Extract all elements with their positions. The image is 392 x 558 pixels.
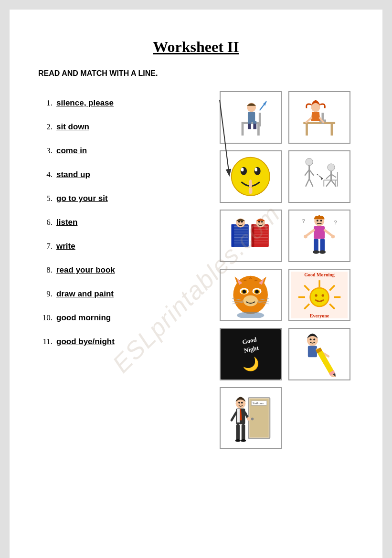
item-number: 9.	[38, 289, 53, 299]
svg-line-33	[306, 179, 309, 187]
svg-rect-4	[259, 113, 261, 126]
svg-line-106	[329, 285, 335, 291]
svg-rect-10	[254, 124, 257, 129]
svg-line-31	[305, 170, 309, 176]
svg-rect-48	[232, 224, 234, 247]
svg-point-73	[320, 220, 322, 222]
item-label: write	[56, 242, 75, 251]
svg-rect-80	[320, 239, 325, 252]
item-number: 3.	[38, 146, 53, 156]
svg-point-78	[331, 235, 335, 239]
svg-line-111	[304, 304, 309, 309]
item-label: stand up	[56, 170, 90, 179]
svg-point-129	[251, 418, 254, 421]
svg-point-24	[241, 168, 244, 172]
list-item: 4. stand up	[38, 163, 220, 187]
image-stand-sit	[288, 150, 350, 203]
list-item: 10. good morning	[38, 306, 220, 330]
image-writing-pencil	[288, 328, 350, 380]
worksheet-page: ESLprintables.com Worksheet II READ AND …	[10, 10, 382, 558]
svg-rect-139	[236, 424, 240, 440]
svg-point-142	[241, 439, 246, 442]
item-label: sit down	[56, 122, 89, 132]
svg-line-34	[309, 179, 313, 187]
garfield-svg	[223, 272, 277, 317]
confused-person-svg: ? ?	[292, 213, 346, 258]
image-row-3: ? ?	[220, 210, 350, 262]
image-smiley-silence	[220, 150, 282, 203]
svg-line-44	[331, 174, 336, 178]
svg-point-113	[315, 294, 317, 296]
svg-rect-2	[242, 124, 244, 136]
svg-line-75	[307, 231, 314, 236]
svg-rect-79	[314, 239, 319, 252]
list-item: 2. sit down	[38, 115, 220, 139]
list-item: 5. go to your sit	[38, 187, 220, 211]
item-label: silence, please	[56, 98, 114, 108]
svg-line-137	[245, 413, 248, 418]
item-label: go to your sit	[56, 194, 108, 203]
svg-line-136	[232, 413, 236, 421]
stand-sit-svg	[292, 154, 346, 199]
main-content: 1. silence, please 2. sit down 3. come i…	[38, 91, 354, 456]
svg-line-108	[329, 304, 335, 309]
pencil-writing-svg	[292, 331, 346, 377]
svg-point-82	[319, 251, 326, 254]
svg-rect-13	[304, 122, 336, 125]
svg-rect-6	[248, 112, 255, 122]
item-label: draw and paint	[56, 289, 114, 299]
svg-line-43	[326, 174, 331, 179]
svg-rect-15	[331, 124, 333, 136]
image-garfield	[220, 269, 282, 321]
images-area: ? ?	[220, 91, 354, 456]
svg-rect-9	[248, 124, 251, 129]
svg-point-138	[247, 417, 251, 421]
svg-point-29	[306, 158, 313, 166]
svg-point-28	[249, 180, 252, 185]
svg-point-112	[310, 288, 329, 306]
good-morning-title: Good Morning	[304, 272, 335, 278]
svg-rect-74	[314, 226, 325, 239]
good-morning-everyone: Everyone	[310, 313, 329, 318]
item-number: 10.	[38, 313, 53, 323]
svg-point-25	[255, 168, 258, 172]
list-item: 11. good bye/night	[38, 330, 220, 354]
list-item: 7. write	[38, 234, 220, 258]
svg-rect-135	[237, 409, 240, 422]
svg-point-132	[241, 402, 243, 404]
item-number: 4.	[38, 170, 53, 179]
item-number: 6.	[38, 218, 53, 227]
svg-rect-14	[306, 124, 308, 136]
item-number: 2.	[38, 122, 53, 132]
svg-point-77	[304, 235, 308, 239]
item-number: 8.	[38, 265, 53, 275]
come-in-svg: Staffroom	[223, 391, 277, 445]
svg-rect-57	[252, 224, 254, 247]
svg-rect-118	[308, 346, 317, 358]
svg-line-109	[304, 285, 309, 291]
svg-point-97	[244, 295, 258, 306]
list-item: 3. come in	[38, 139, 220, 163]
svg-point-81	[313, 251, 319, 254]
image-row-1	[220, 91, 350, 144]
page-title: Worksheet II	[38, 38, 354, 56]
item-number: 5.	[38, 194, 53, 203]
item-number: 11.	[38, 337, 53, 347]
list-item: 9. draw and paint	[38, 282, 220, 306]
item-label: come in	[56, 146, 87, 156]
image-row-2	[220, 150, 350, 203]
list-item: 1. silence, please	[38, 91, 220, 115]
svg-point-37	[328, 164, 335, 171]
instruction-text: READ AND MATCH WITH A LINE.	[38, 69, 354, 78]
person-desk-svg	[292, 95, 346, 140]
svg-point-131	[238, 402, 240, 404]
svg-point-72	[317, 220, 318, 222]
image-books	[220, 210, 282, 262]
image-good-morning: Good Morning	[288, 269, 350, 321]
svg-text:?: ?	[302, 218, 305, 224]
image-person-sitting	[220, 91, 282, 144]
item-label: good morning	[56, 313, 111, 323]
svg-line-45	[326, 180, 331, 187]
svg-text:Staffroom: Staffroom	[253, 402, 265, 405]
books-svg	[223, 213, 277, 258]
